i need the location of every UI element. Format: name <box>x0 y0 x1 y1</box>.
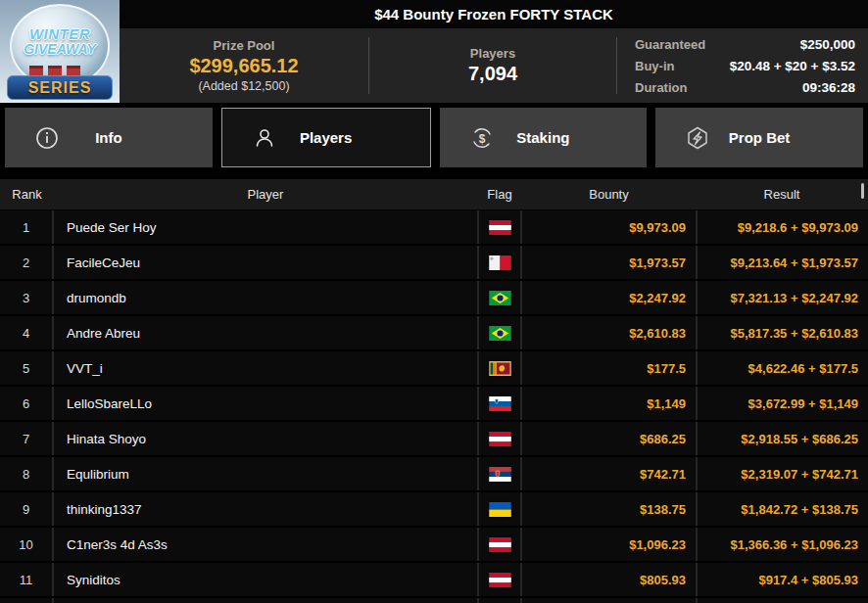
austria-flag-icon <box>489 220 511 235</box>
column-result: Result <box>696 187 868 202</box>
rank-cell: 1 <box>0 210 54 244</box>
rank-cell: 4 <box>0 316 54 349</box>
rank-cell: 8 <box>0 457 54 490</box>
table-header: Rank Player Flag Bounty Result <box>0 179 868 209</box>
players-icon <box>252 125 277 151</box>
guaranteed-label: Guaranteed <box>635 35 705 54</box>
bounty-value: $138.75 <box>522 492 696 526</box>
slovenia-flag-icon <box>489 396 511 411</box>
prize-pool-value: $299,665.12 <box>189 55 298 77</box>
duration-label: Duration <box>635 78 687 97</box>
austria-flag-icon <box>489 537 511 552</box>
rank-cell: 11 <box>0 563 54 596</box>
result-value: $7,321.13 + $2,247.92 <box>696 281 868 314</box>
logo-line1: WINTER <box>12 25 108 42</box>
result-value: $9,213.64 + $1,973.57 <box>696 246 868 279</box>
tab-prop-bet-label: Prop Bet <box>729 129 791 146</box>
table-row[interactable]: 8Equlibrium$742.71$2,319.07 + $742.71 <box>0 457 868 490</box>
tab-info[interactable]: Info <box>5 108 213 167</box>
tournament-details: Guaranteed $250,000 Buy-in $20.48 + $20 … <box>617 28 868 103</box>
bounty-value: $177.5 <box>522 351 696 385</box>
buyin-row: Buy-in $20.48 + $20 + $3.52 <box>635 57 855 75</box>
tab-staking-label: Staking <box>516 129 569 146</box>
player-name: LelloSbareLLo <box>54 387 477 420</box>
logo-series-banner: SERIES <box>7 75 113 100</box>
info-icon <box>34 125 60 151</box>
tab-staking[interactable]: $ Staking <box>440 108 648 167</box>
players-count: 7,094 <box>468 63 517 85</box>
ukraine-flag-icon <box>489 502 511 517</box>
player-name: Syniditos <box>54 563 477 596</box>
bounty-value: $1,096.23 <box>522 528 696 561</box>
buyin-value: $20.48 + $20 + $3.52 <box>730 57 855 75</box>
table-row[interactable]: 3drumondb$2,247.92$7,321.13 + $2,247.92 <box>0 281 868 314</box>
title-bar: $44 Bounty Frozen FORTY STACK <box>120 0 868 28</box>
austria-flag-icon <box>489 432 511 446</box>
sri-lanka-flag-icon <box>489 361 511 376</box>
malta-flag-icon <box>489 255 511 270</box>
tab-info-label: Info <box>95 129 122 146</box>
result-value: $5,817.35 + $2,610.83 <box>696 316 868 349</box>
table-row[interactable]: 10C1ner3s 4d As3s$1,096.23$1,366.36 + $1… <box>0 528 868 561</box>
guaranteed-row: Guaranteed $250,000 <box>635 35 855 54</box>
players-table: 1Puede Ser Hoy$9,973.09$9,218.6 + $9,973… <box>0 210 868 603</box>
player-name: Andre Abreu <box>54 316 477 349</box>
brazil-flag-icon <box>489 326 511 341</box>
duration-value: 09:36:28 <box>802 78 855 97</box>
tournament-title: $44 Bounty Frozen FORTY STACK <box>374 6 613 23</box>
players-section: Players 7,094 <box>369 28 616 103</box>
rank-cell: 6 <box>0 387 54 420</box>
result-value: $4,622.46 + $177.5 <box>696 351 868 385</box>
stats-bar: Prize Pool $299,665.12 (Added $12,500) P… <box>120 28 868 103</box>
player-name: C1ner3s 4d As3s <box>54 528 477 561</box>
result-value: $9,218.6 + $9,973.09 <box>696 210 868 244</box>
brazil-flag-icon <box>489 291 511 305</box>
bounty-value: $686.25 <box>522 422 696 455</box>
player-name: Hinata Shoyo <box>54 422 477 455</box>
scrollbar-thumb[interactable] <box>861 183 864 199</box>
result-value: $2,918.55 + $686.25 <box>696 422 868 455</box>
column-bounty: Bounty <box>522 187 696 202</box>
flag-cell <box>477 422 522 455</box>
table-row[interactable]: 11Syniditos$805.93$917.4 + $805.93 <box>0 563 868 596</box>
logo-line2: GIVEAWAY <box>12 41 108 57</box>
table-row[interactable]: 1Puede Ser Hoy$9,973.09$9,218.6 + $9,973… <box>0 210 868 244</box>
prize-pool-label: Prize Pool <box>214 38 275 53</box>
tab-prop-bet[interactable]: Prop Bet <box>655 108 863 167</box>
result-value: $917.4 + $805.93 <box>696 563 868 596</box>
table-row[interactable]: 5VVT_i$177.5$4,622.46 + $177.5 <box>0 351 868 385</box>
player-name: VVT_i <box>54 351 477 385</box>
flag-cell <box>477 457 522 490</box>
bounty-value: $742.71 <box>522 457 696 490</box>
bounty-value: $2,610.83 <box>522 316 696 349</box>
flag-cell <box>477 316 522 349</box>
rank-cell: 2 <box>0 246 54 279</box>
result-value: $1,842.72 + $138.75 <box>696 492 868 526</box>
rank-cell: 10 <box>0 528 54 561</box>
houses-graphic <box>29 63 94 76</box>
rank-cell: 7 <box>0 422 54 455</box>
prize-pool-added: (Added $12,500) <box>198 79 289 93</box>
bounty-value: $1,149 <box>522 387 696 420</box>
guaranteed-value: $250,000 <box>800 35 855 54</box>
flag-cell <box>477 387 522 420</box>
table-row[interactable]: 4Andre Abreu$2,610.83$5,817.35 + $2,610.… <box>0 316 868 349</box>
players-label: Players <box>470 46 515 61</box>
column-rank: Rank <box>0 187 54 202</box>
bounty-value: $1,973.57 <box>522 246 696 279</box>
table-row[interactable]: 6LelloSbareLLo$1,149$3,672.99 + $1,149 <box>0 387 868 420</box>
player-name: thinking1337 <box>54 492 477 526</box>
bounty-value: $2,247.92 <box>522 281 696 314</box>
table-row[interactable]: 7Hinata Shoyo$686.25$2,918.55 + $686.25 <box>0 422 868 455</box>
tab-players[interactable]: Players <box>221 108 431 167</box>
flag-cell <box>477 210 522 244</box>
table-row[interactable]: 2FacileCeJeu$1,973.57$9,213.64 + $1,973.… <box>0 246 868 279</box>
table-row-partial <box>0 598 868 603</box>
player-name: FacileCeJeu <box>54 246 477 279</box>
austria-flag-icon <box>489 573 511 587</box>
player-name: drumondb <box>54 281 477 314</box>
tab-players-label: Players <box>300 129 352 146</box>
duration-row: Duration 09:36:28 <box>635 78 855 97</box>
flag-cell <box>477 563 522 596</box>
table-row[interactable]: 9thinking1337$138.75$1,842.72 + $138.75 <box>0 492 868 526</box>
